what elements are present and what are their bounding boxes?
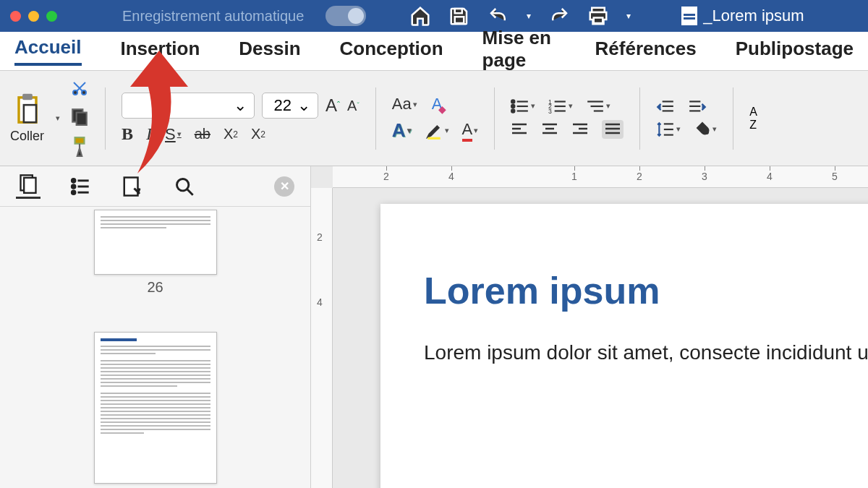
document-name-text: _Lorem ipsum [703, 7, 804, 25]
strikethrough-button[interactable]: ab [195, 126, 210, 142]
svg-point-55 [72, 190, 75, 194]
font-family-select[interactable]: ⌄ [122, 93, 255, 119]
ruler-tick: 5 [832, 171, 838, 182]
svg-rect-57 [124, 177, 138, 195]
thumbnails-list: 26 [0, 207, 310, 488]
horizontal-ruler[interactable]: 2 4 1 2 3 4 5 6 [333, 166, 868, 188]
paste-label: Coller [10, 129, 44, 144]
format-painter-icon[interactable] [70, 136, 89, 158]
grow-font-icon[interactable]: Aˆ [326, 95, 340, 116]
document-name: _Lorem ipsum [681, 7, 804, 25]
ruler-tick: 2 [383, 171, 389, 182]
quick-access-toolbar: ▾ ▾ [409, 5, 631, 27]
line-spacing-button[interactable]: ▾ [656, 121, 681, 138]
italic-button[interactable]: I [146, 124, 152, 144]
document-title[interactable]: Lorem ipsum [424, 269, 868, 312]
paste-button[interactable]: Coller [10, 93, 44, 144]
close-window-icon[interactable] [10, 11, 21, 22]
side-tabs: ✕ [0, 166, 310, 207]
separator [375, 87, 376, 150]
font-size-value: 22 [274, 96, 292, 115]
autosave-label: Enregistrement automatique [122, 8, 304, 25]
ruler-tick: 2 [637, 171, 642, 182]
thumbnail-item[interactable]: 26 [94, 210, 217, 296]
document-body[interactable]: Lorem ipsum dolor sit amet, consecte inc… [424, 337, 868, 369]
search-tab[interactable] [172, 174, 197, 199]
maximize-window-icon[interactable] [46, 11, 57, 22]
svg-point-13 [511, 100, 514, 103]
tab-mise-en-page[interactable]: Mise en page [482, 27, 556, 76]
cut-icon[interactable] [71, 80, 88, 97]
thumbnail-page-number: 26 [94, 279, 217, 296]
svg-point-15 [511, 104, 514, 107]
svg-rect-5 [22, 94, 33, 100]
increase-indent-button[interactable] [688, 99, 707, 115]
tab-dessin[interactable]: Dessin [239, 38, 300, 64]
align-right-button[interactable] [571, 122, 589, 137]
svg-rect-10 [77, 112, 87, 124]
svg-point-58 [177, 179, 189, 190]
print-dropdown-icon[interactable]: ▾ [626, 11, 631, 21]
tab-accueil[interactable]: Accueil [14, 36, 82, 66]
paste-dropdown-icon[interactable]: ▾ [56, 114, 60, 123]
decrease-indent-button[interactable] [656, 99, 675, 115]
superscript-button[interactable]: X2 [251, 126, 265, 142]
thumbnails-tab[interactable] [16, 174, 41, 199]
clipboard-group: Coller ▾ [10, 80, 89, 158]
headings-tab[interactable] [68, 174, 93, 199]
align-center-button[interactable] [541, 122, 558, 137]
save-icon[interactable] [448, 5, 470, 27]
svg-text:3: 3 [548, 107, 552, 114]
shrink-font-icon[interactable]: Aˇ [347, 98, 359, 114]
svg-rect-3 [594, 18, 603, 24]
titlebar: Enregistrement automatique ▾ ▾ _Lorem ip… [0, 0, 868, 32]
font-color-button[interactable]: A▾ [462, 120, 479, 142]
close-panel-button[interactable]: ✕ [274, 176, 294, 197]
indent-group: ▾ ▾ [656, 99, 717, 138]
svg-rect-12 [427, 137, 440, 139]
clear-formatting-button[interactable]: A◆ [432, 95, 443, 114]
tab-references[interactable]: Références [595, 38, 697, 64]
review-tab[interactable] [120, 174, 145, 199]
tab-publipostage[interactable]: Publipostage [736, 38, 854, 64]
home-icon[interactable] [409, 5, 431, 27]
undo-icon[interactable] [488, 5, 509, 27]
vertical-ruler[interactable]: 2 4 [311, 188, 333, 488]
ruler-tick: 4 [448, 171, 454, 182]
autosave-toggle[interactable] [326, 6, 366, 26]
clipboard-icon [12, 93, 43, 127]
shading-button[interactable]: ▾ [694, 121, 717, 138]
underline-button[interactable]: S▾ [165, 125, 182, 144]
multilevel-list-button[interactable]: ▾ [586, 98, 610, 114]
svg-point-51 [72, 179, 75, 182]
copy-icon[interactable] [70, 107, 89, 126]
print-icon[interactable] [587, 5, 609, 27]
redo-icon[interactable] [548, 5, 570, 27]
sort-button[interactable]: AZ [749, 106, 757, 132]
separator [639, 87, 640, 150]
tab-conception[interactable]: Conception [340, 38, 443, 64]
svg-rect-11 [75, 137, 85, 144]
bullets-button[interactable]: ▾ [511, 98, 535, 114]
thumbnail-item[interactable] [94, 332, 217, 484]
tab-insertion[interactable]: Insertion [121, 38, 200, 64]
undo-dropdown-icon[interactable]: ▾ [527, 11, 531, 21]
ribbon: Coller ▾ ⌄ 22⌄ Aˆ Aˇ B I S▾ ab X2 X2 Aa▾ [0, 71, 868, 166]
align-justify-button[interactable] [602, 120, 624, 139]
numbering-button[interactable]: 123▾ [548, 98, 573, 114]
text-effects-button[interactable]: A▾ [392, 119, 412, 142]
font-size-select[interactable]: 22⌄ [262, 93, 318, 119]
align-left-button[interactable] [511, 122, 528, 137]
window-controls [10, 11, 57, 22]
ribbon-tabs: Accueil Insertion Dessin Conception Mise… [0, 32, 868, 71]
separator [105, 87, 106, 150]
ruler-tick: 3 [702, 171, 707, 182]
bold-button[interactable]: B [122, 124, 133, 144]
highlight-button[interactable]: ▾ [425, 121, 449, 140]
subscript-button[interactable]: X2 [224, 126, 238, 142]
font-group: ⌄ 22⌄ Aˆ Aˇ B I S▾ ab X2 X2 [122, 93, 359, 144]
change-case-button[interactable]: Aa▾ [392, 95, 417, 114]
document-page[interactable]: Lorem ipsum Lorem ipsum dolor sit amet, … [380, 204, 868, 488]
minimize-window-icon[interactable] [28, 11, 39, 22]
svg-rect-1 [455, 17, 464, 23]
